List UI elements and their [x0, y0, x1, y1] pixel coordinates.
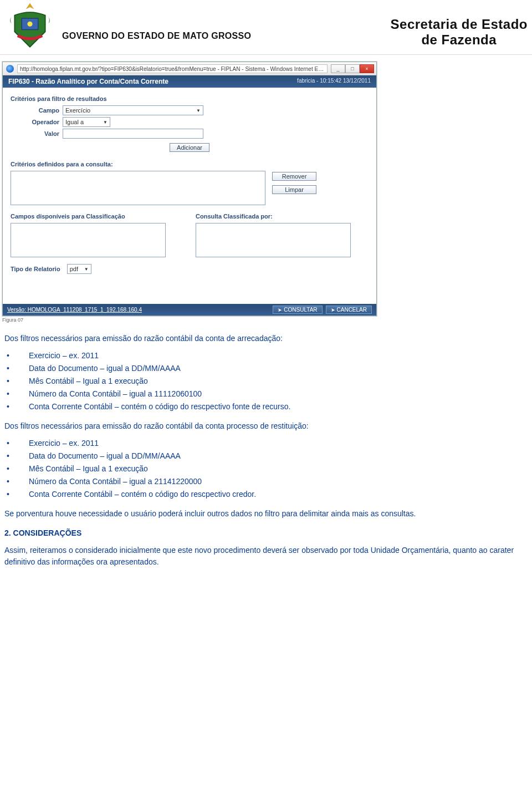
operador-value: Igual a — [65, 119, 84, 125]
figure-caption: Figura 07 — [2, 317, 532, 323]
list-item: Conta Corrente Contábil – contém o códig… — [4, 401, 528, 413]
cancelar-button[interactable]: ➤CANCELAR — [326, 306, 372, 314]
report-title: FIP630 - Razão Analítico por Conta/Conta… — [8, 78, 168, 85]
list-item: Data do Documento – igual a DD/MM/AAAA — [4, 363, 528, 374]
svg-point-1 — [27, 22, 32, 27]
document-body: Dos filtros necessários para emissão do … — [0, 333, 532, 578]
window-titlebar: http://homologa.fiplan.mt.gov.br/?tipo=F… — [3, 62, 376, 75]
list-item: Número da Conta Contábil – igual a 21141… — [4, 476, 528, 487]
ie-icon — [6, 65, 14, 73]
campo-label: Campo — [11, 107, 59, 114]
remover-button[interactable]: Remover — [272, 172, 316, 181]
maximize-button[interactable]: □ — [345, 64, 360, 73]
consulta-classificada-col: Consulta Classificada por: — [196, 213, 369, 257]
arrow-right-icon: ➤ — [278, 307, 282, 313]
operador-select[interactable]: Igual a ▼ — [63, 117, 110, 127]
defined-criteria-label: Critérios definidos para a consulta: — [11, 161, 369, 167]
tipo-relatorio-label: Tipo de Relatorio — [11, 266, 60, 272]
defined-criteria-row: Remover Limpar — [11, 171, 369, 205]
arrow-right-icon: ➤ — [331, 307, 335, 313]
intro-para-1: Dos filtros necessários para emissão do … — [4, 333, 528, 344]
campo-row: Campo Exercício ▼ — [11, 105, 369, 115]
chevron-down-icon: ▼ — [84, 267, 89, 272]
close-button[interactable]: × — [360, 64, 374, 73]
campos-disponiveis-label: Campos disponíveis para Classificação — [11, 213, 183, 220]
operador-label: Operador — [11, 119, 59, 125]
consulta-classificada-label: Consulta Classificada por: — [196, 213, 369, 220]
list-item: Exercicio – ex. 2011 — [4, 350, 528, 362]
footer-buttons: ➤CONSULTAR ➤CANCELAR — [273, 306, 372, 314]
report-titlebar: FIP630 - Razão Analítico por Conta/Conta… — [3, 75, 376, 88]
tipo-relatorio-row: Tipo de Relatorio pdf ▼ — [11, 264, 369, 274]
campos-disponiveis-box[interactable] — [11, 223, 166, 257]
list-item: Conta Corrente Contábil – contém o códig… — [4, 489, 528, 500]
minimize-button[interactable]: _ — [331, 64, 345, 73]
secretaria-title: Secretaria de Estado de Fazenda — [391, 17, 528, 48]
tipo-relatorio-value: pdf — [70, 266, 78, 272]
campo-select[interactable]: Exercício ▼ — [63, 105, 203, 115]
operador-row: Operador Igual a ▼ — [11, 117, 369, 127]
adicionar-button[interactable]: Adicionar — [170, 143, 209, 152]
filter-section-label: Critérios para filtro de resultados — [11, 95, 369, 102]
valor-row: Valor — [11, 129, 369, 139]
window-buttons: _ □ × — [331, 64, 374, 73]
consultar-button[interactable]: ➤CONSULTAR — [273, 306, 322, 314]
adicionar-wrap: Adicionar — [11, 143, 369, 152]
consulta-classificada-box[interactable] — [196, 223, 351, 257]
session-meta: fabricia - 10:15:42 13/12/2011 — [297, 78, 371, 85]
limpar-button[interactable]: Limpar — [272, 185, 316, 194]
cancelar-label: CANCELAR — [337, 307, 367, 313]
list-item: Número da Conta Contábil – igual a 11112… — [4, 388, 528, 400]
consideracoes-heading: 2. CONSIDERAÇÕES — [4, 527, 528, 539]
consideracoes-para: Assim, reiteramos o considerado inicialm… — [4, 545, 528, 568]
secretaria-line2: de Fazenda — [391, 32, 528, 48]
campos-disponiveis-col: Campos disponíveis para Classificação — [11, 213, 183, 257]
list-item: Data do Documento – igual a DD/MM/AAAA — [4, 450, 528, 462]
intro-para-2: Dos filtros necessários para emissão do … — [4, 420, 528, 432]
form-area: Critérios para filtro de resultados Camp… — [3, 88, 376, 277]
chevron-down-icon: ▼ — [103, 120, 108, 125]
campo-value: Exercício — [65, 107, 90, 114]
defined-criteria-box[interactable] — [11, 171, 265, 205]
chevron-down-icon: ▼ — [196, 108, 201, 113]
list-item: Mês Contábil – Igual a 1 execução — [4, 463, 528, 475]
defined-side-buttons: Remover Limpar — [272, 172, 316, 194]
valor-input[interactable] — [63, 129, 203, 139]
gov-title: GOVERNO DO ESTADO DE MATO GROSSO — [62, 31, 251, 41]
version-label: Versão: HOMOLOGA_111208_1715_1_192.168.1… — [7, 307, 142, 313]
page-header: GOVERNO DO ESTADO DE MATO GROSSO Secreta… — [0, 0, 532, 55]
list-arrecadacao: Exercicio – ex. 2011 Data do Documento –… — [4, 350, 528, 413]
state-crest-icon — [4, 0, 55, 51]
app-window: http://homologa.fiplan.mt.gov.br/?tipo=F… — [2, 62, 377, 316]
valor-label: Valor — [11, 130, 59, 137]
consultar-label: CONSULTAR — [284, 307, 317, 313]
list-item: Exercicio – ex. 2011 — [4, 438, 528, 449]
app-body: FIP630 - Razão Analítico por Conta/Conta… — [3, 75, 376, 316]
tipo-relatorio-select[interactable]: pdf ▼ — [67, 264, 91, 274]
classification-row: Campos disponíveis para Classificação Co… — [11, 213, 369, 257]
address-bar[interactable]: http://homologa.fiplan.mt.gov.br/?tipo=F… — [17, 64, 328, 73]
app-footer: Versão: HOMOLOGA_111208_1715_1_192.168.1… — [3, 304, 376, 316]
secretaria-line1: Secretaria de Estado — [391, 17, 528, 32]
list-restituicao: Exercicio – ex. 2011 Data do Documento –… — [4, 438, 528, 500]
note-para: Se porventura houve necessidade o usuári… — [4, 508, 528, 520]
list-item: Mês Contábil – Igual a 1 execução — [4, 375, 528, 387]
